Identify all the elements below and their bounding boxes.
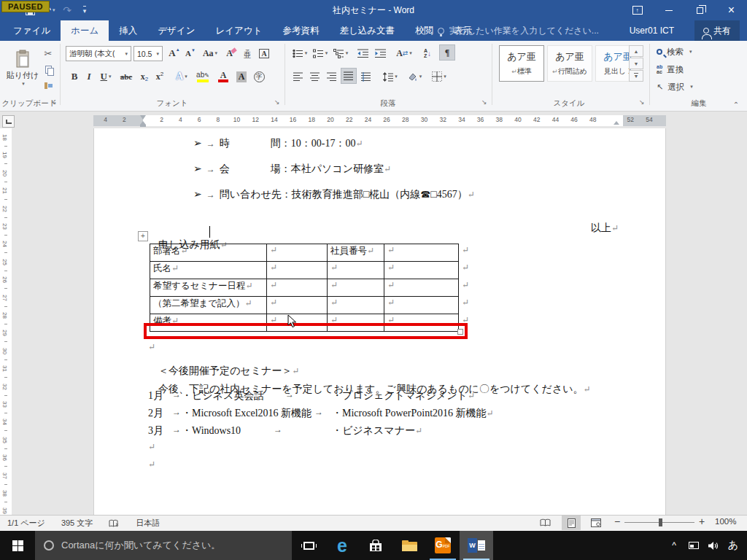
- table-cell[interactable]: ↵: [328, 279, 384, 297]
- close-button[interactable]: ×: [716, 0, 747, 20]
- table-cell[interactable]: ↵: [328, 297, 384, 314]
- justify-button[interactable]: [341, 68, 357, 84]
- styles-scroll-up[interactable]: ▲: [629, 45, 643, 57]
- language-indicator[interactable]: 日本語: [136, 518, 160, 529]
- empty-paragraph[interactable]: ↵: [148, 341, 155, 353]
- find-button[interactable]: 検索▾: [657, 44, 715, 60]
- empty-paragraph[interactable]: ↵: [148, 441, 155, 453]
- tab-design[interactable]: デザイン: [147, 20, 205, 41]
- tab-mailings[interactable]: 差し込み文書: [329, 20, 405, 41]
- style-no-spacing[interactable]: あア亜 ↵行間詰め: [547, 45, 592, 82]
- multilevel-list-button[interactable]: ▾: [331, 45, 350, 61]
- enclose-circle-button[interactable]: 字: [251, 69, 267, 85]
- subscript-button[interactable]: x2: [137, 69, 152, 85]
- highlight-color-button[interactable]: ab✎: [193, 69, 213, 85]
- word-count[interactable]: 395 文字: [61, 518, 93, 529]
- shrink-font-button[interactable]: A▼: [183, 45, 198, 61]
- paragraph-dialog-launcher[interactable]: ↘: [481, 98, 487, 106]
- taskbar-edge[interactable]: e: [325, 531, 359, 560]
- font-size-combobox[interactable]: 10.5▾: [133, 46, 163, 61]
- align-center-button[interactable]: [307, 69, 323, 85]
- italic-button[interactable]: I: [82, 69, 96, 85]
- table-cell[interactable]: 希望するセミナー日程↵: [150, 279, 267, 297]
- cut-icon[interactable]: ✂: [41, 45, 55, 61]
- table-cell[interactable]: ↵: [384, 262, 459, 279]
- distribute-button[interactable]: [358, 69, 374, 85]
- character-shading-button[interactable]: A: [234, 69, 249, 85]
- styles-dialog-launcher[interactable]: ↘: [639, 98, 645, 106]
- superscript-button[interactable]: x2: [152, 69, 167, 85]
- zoom-out-button[interactable]: −: [614, 516, 620, 527]
- change-case-button[interactable]: Aa▾: [201, 45, 220, 61]
- underline-button[interactable]: U▾: [96, 69, 115, 85]
- taskbar-word[interactable]: W: [460, 531, 493, 560]
- page-indicator[interactable]: 1/1 ページ: [7, 518, 45, 529]
- character-scaling-button[interactable]: A⇄▾: [394, 45, 414, 61]
- collapse-ribbon-button[interactable]: ⌃: [729, 96, 743, 112]
- table-cell[interactable]: ↵: [384, 279, 459, 297]
- table-cell[interactable]: 部署名↵: [150, 244, 267, 262]
- decrease-indent-button[interactable]: [355, 45, 371, 61]
- numbered-list-button[interactable]: ▾: [311, 45, 330, 61]
- ime-mode-indicator[interactable]: あ: [724, 531, 743, 560]
- table-move-handle[interactable]: +: [138, 231, 148, 241]
- network-icon[interactable]: [684, 531, 703, 560]
- table-cell[interactable]: ↵: [267, 262, 328, 279]
- table-cell[interactable]: ↵: [328, 262, 384, 279]
- minimize-button[interactable]: [653, 0, 684, 20]
- font-dialog-launcher[interactable]: ↘: [274, 98, 280, 106]
- enclose-characters-button[interactable]: A: [257, 45, 271, 61]
- align-left-button[interactable]: [290, 69, 306, 85]
- tab-file[interactable]: ファイル: [3, 20, 61, 41]
- styles-scroll-down[interactable]: ▼: [629, 58, 643, 69]
- paste-button[interactable]: 貼り付け ▾: [6, 44, 39, 92]
- borders-button[interactable]: ▾: [428, 69, 450, 85]
- task-view-button[interactable]: [292, 531, 325, 560]
- table-cell[interactable]: （第二希望まで記入）↵: [150, 297, 267, 314]
- table-cell[interactable]: 氏名↵: [150, 262, 267, 279]
- tab-layout[interactable]: レイアウト: [205, 20, 272, 41]
- table-cell[interactable]: ↵: [384, 244, 459, 262]
- share-button[interactable]: 共有: [694, 20, 740, 41]
- text-effects-button[interactable]: A▾: [172, 69, 191, 85]
- table-cell[interactable]: 社員番号↵: [328, 244, 384, 262]
- application-form-table[interactable]: 部署名↵↵社員番号↵↵氏名↵↵↵↵希望するセミナー日程↵↵↵↵（第二希望まで記入…: [150, 244, 459, 332]
- format-painter-icon[interactable]: [41, 77, 55, 93]
- ruby-button[interactable]: ア亜: [239, 45, 255, 61]
- read-mode-button[interactable]: [535, 516, 554, 530]
- font-name-combobox[interactable]: 游明朝 (本文(▾: [66, 46, 131, 61]
- cortana-search-box[interactable]: Cortanaに何か聞いてみてください。: [35, 531, 292, 560]
- schedule-line[interactable]: 2月→・Microsoft Excel2016 新機能→・Microsoft P…: [148, 407, 542, 421]
- taskbar-store[interactable]: [359, 531, 392, 560]
- start-button[interactable]: [0, 531, 35, 560]
- ribbon-display-options-icon[interactable]: ↑: [622, 0, 653, 20]
- info-line[interactable]: ➢→会 場：本社パソコン研修室↵: [193, 163, 391, 176]
- copy-icon[interactable]: [41, 61, 55, 77]
- web-layout-button[interactable]: [587, 516, 605, 530]
- schedule-line[interactable]: 3月→・Windows10→・ビジネスマナー↵: [148, 424, 542, 439]
- print-layout-button[interactable]: [562, 516, 581, 530]
- info-line[interactable]: ➢→時 間：10：00-17：00↵: [193, 137, 363, 150]
- zoom-level[interactable]: 100%: [715, 517, 736, 526]
- tab-home[interactable]: ホーム: [61, 20, 109, 41]
- clipboard-dialog-launcher[interactable]: ↘: [51, 98, 57, 106]
- table-cell[interactable]: ↵: [267, 244, 328, 262]
- empty-paragraph[interactable]: ↵: [148, 459, 155, 470]
- table-cell[interactable]: ↵: [384, 297, 459, 314]
- user-name[interactable]: User01 ICT: [630, 20, 674, 41]
- tab-insert[interactable]: 挿入: [109, 20, 147, 41]
- right-indent-marker[interactable]: [614, 121, 619, 125]
- clear-formatting-button[interactable]: A: [223, 45, 239, 61]
- zoom-in-button[interactable]: +: [699, 516, 705, 527]
- line-spacing-button[interactable]: ▾: [380, 69, 400, 85]
- vertical-ruler[interactable]: 1819202122232425262728293031323334353637…: [0, 128, 12, 515]
- volume-icon[interactable]: [703, 531, 722, 560]
- increase-indent-button[interactable]: [372, 45, 388, 61]
- left-indent-marker[interactable]: [140, 125, 146, 127]
- taskbar-explorer[interactable]: [392, 531, 426, 560]
- zoom-slider-thumb[interactable]: [659, 518, 662, 526]
- shading-button[interactable]: ▾: [404, 69, 425, 85]
- taskbar-pdf-app[interactable]: GPDF: [426, 531, 460, 560]
- horizontal-ruler[interactable]: 4224681012141618202224262830323436384042…: [93, 115, 666, 126]
- table-resize-handle[interactable]: [457, 329, 463, 335]
